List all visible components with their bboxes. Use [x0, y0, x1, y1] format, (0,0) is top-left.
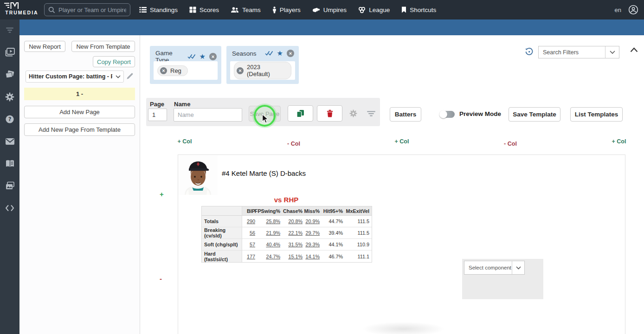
nav-umpires[interactable]: Umpires — [312, 6, 347, 13]
new-report-button[interactable]: New Report — [24, 41, 65, 52]
favorite-star-icon[interactable]: ★ — [277, 50, 283, 57]
nav-label: Players — [280, 6, 301, 13]
code-icon — [5, 205, 14, 212]
remove-column-button[interactable]: - Col — [280, 141, 308, 147]
report-select[interactable]: Hitter Custom Page: batting - P... — [26, 71, 124, 83]
add-new-page-from-template-button[interactable]: Add New Page From Template — [24, 123, 135, 136]
page-name-input[interactable] — [174, 108, 242, 122]
filter-chip[interactable]: × Reg — [157, 65, 188, 76]
search-filters-select[interactable]: Search Filters — [538, 46, 619, 58]
brand-logo[interactable]: TRUMEDIA — [3, 1, 41, 15]
nav-standings[interactable]: Standings — [139, 6, 178, 13]
remove-row-button[interactable]: - — [160, 275, 162, 283]
add-column-button[interactable]: + Col — [605, 138, 633, 145]
copy-icon — [296, 109, 304, 118]
filter-chip[interactable]: × 2023 (Default) — [234, 62, 291, 79]
sidebar-flashcards[interactable] — [5, 70, 15, 79]
stat-cell: 20.9% — [305, 216, 322, 227]
global-search[interactable] — [44, 3, 130, 16]
remove-filter-icon[interactable]: × — [209, 53, 217, 60]
sidebar-filter-lines[interactable] — [5, 25, 14, 35]
column-header[interactable]: Hit95+% — [322, 206, 345, 216]
trumedia-logo-icon — [3, 1, 19, 11]
trash-icon — [326, 109, 334, 117]
stat-cell: 29.3% — [305, 239, 322, 250]
nav-players[interactable]: Players — [272, 6, 301, 13]
preview-mode-toggle[interactable] — [440, 111, 455, 118]
stat-cell: 31.5% — [283, 239, 305, 250]
nav-label: Standings — [150, 6, 178, 13]
page-number-input[interactable] — [148, 109, 167, 121]
report-component-card: #4 Ketel Marte (S) D-backs vs RHP BIP FP… — [178, 154, 625, 334]
column-header[interactable]: FPSwing% — [258, 206, 283, 216]
remove-filter-icon[interactable]: × — [287, 50, 294, 57]
stat-cell: 22.1% — [283, 227, 305, 239]
nav-shortcuts[interactable]: Shortcuts — [401, 6, 436, 13]
column-header[interactable]: Miss% — [305, 206, 322, 216]
nav-league[interactable]: League — [358, 6, 390, 13]
copy-report-button[interactable]: Copy Report — [93, 56, 135, 67]
collapse-chevron-up-icon[interactable] — [630, 47, 638, 52]
add-column-button[interactable]: + Col — [388, 138, 416, 145]
sidebar-developer[interactable] — [5, 203, 14, 213]
rings-icon — [358, 6, 366, 13]
chip-close-icon[interactable]: × — [237, 67, 244, 74]
brand-name: TRUMEDIA — [3, 10, 41, 15]
stat-cell: 290 — [242, 216, 258, 227]
stat-cell: 111.1 — [345, 250, 372, 262]
add-row-button[interactable]: + — [160, 190, 164, 198]
add-column-button[interactable]: + Col — [171, 138, 199, 145]
sidebar-image-stack[interactable] — [5, 181, 15, 191]
nav-scores[interactable]: Scores — [189, 6, 219, 13]
page-filter-icon[interactable] — [367, 111, 375, 116]
filter-card-values: × 2023 (Default) — [230, 61, 295, 80]
sidebar-video-library[interactable] — [5, 47, 15, 57]
sidebar-settings[interactable] — [5, 92, 14, 102]
list-icon — [139, 6, 147, 13]
filter-card-title: Seasons — [232, 50, 261, 57]
column-header[interactable]: Chase% — [283, 206, 305, 216]
select-all-icon[interactable] — [187, 54, 196, 59]
select-all-icon[interactable] — [265, 51, 273, 56]
nav-teams[interactable]: Teams — [231, 6, 261, 13]
sidebar-mail[interactable] — [5, 136, 15, 146]
delete-page-button[interactable] — [317, 105, 342, 122]
search-icon — [48, 6, 55, 13]
favorite-star-icon[interactable]: ★ — [200, 53, 206, 60]
video-library-icon — [5, 48, 15, 57]
nav-label: League — [369, 6, 390, 13]
copy-page-button[interactable] — [288, 105, 313, 122]
hand-icon — [312, 7, 320, 13]
sidebar-glossary[interactable] — [5, 159, 15, 168]
remove-column-button[interactable]: - Col — [496, 141, 524, 147]
stat-cell: 110.9 — [345, 239, 372, 250]
edit-pencil-icon[interactable] — [126, 72, 134, 80]
list-templates-button[interactable]: List Templates — [570, 107, 623, 122]
batters-button[interactable]: Batters — [390, 107, 421, 122]
column-header[interactable]: MxExitVel — [345, 206, 372, 216]
nav-label: Shortcuts — [410, 6, 436, 13]
save-page-button[interactable]: Save Page — [249, 106, 281, 122]
filter-card-game-type: Game Type ★ × × Reg — [150, 46, 221, 84]
select-component-dropdown[interactable]: Select component — [464, 261, 525, 275]
select-component-value: Select component — [464, 265, 512, 270]
save-template-button[interactable]: Save Template — [509, 107, 560, 122]
stat-cell: 40.4% — [258, 239, 283, 250]
gear-icon — [5, 92, 14, 102]
chip-close-icon[interactable]: × — [160, 67, 167, 74]
stat-cell: 14.1% — [305, 250, 322, 262]
search-input[interactable] — [58, 6, 126, 13]
stat-cell: 177 — [242, 250, 258, 262]
filter-history-icon[interactable] — [525, 47, 534, 56]
add-new-page-button[interactable]: Add New Page — [24, 106, 135, 118]
report-select-value: Hitter Custom Page: batting - P... — [26, 73, 112, 80]
row-label: Breaking (cv/sld) — [202, 227, 242, 239]
new-from-template-button[interactable]: New From Template — [71, 41, 135, 52]
page-list-item-1[interactable]: 1 - — [24, 88, 135, 100]
sidebar-help[interactable]: ? — [5, 114, 14, 124]
nav-label: Scores — [200, 6, 219, 13]
account-icon[interactable] — [628, 5, 638, 15]
page-settings-gear-icon[interactable] — [349, 109, 357, 117]
language-selector[interactable]: en — [615, 6, 621, 13]
image-stack-icon — [5, 181, 15, 190]
